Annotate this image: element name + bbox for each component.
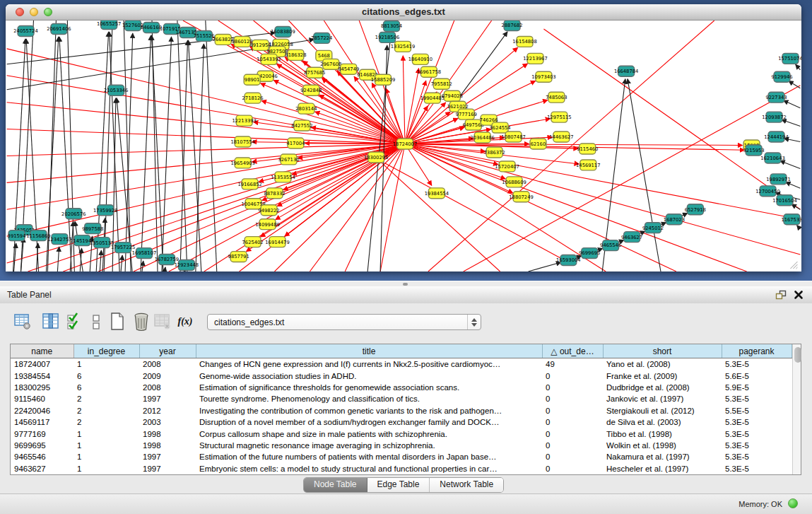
tab-node-table[interactable]: Node Table xyxy=(304,478,367,492)
table-cell: Corpus callosum shape and size in male p… xyxy=(196,428,542,439)
table-row[interactable]: 911546021997Tourette syndrome. Phenomeno… xyxy=(11,393,792,404)
table-cell: 2 xyxy=(73,405,139,416)
citation-edge-black xyxy=(780,160,801,168)
citation-edge-red xyxy=(7,129,405,144)
table-mode-button[interactable] xyxy=(13,312,33,332)
table-row[interactable]: 1872400712008Changes of HCN gene express… xyxy=(11,358,792,370)
table-cell: 1 xyxy=(73,451,139,462)
table-row[interactable]: 1938455462009Genome-wide association stu… xyxy=(11,370,792,381)
scrollbar-thumb[interactable] xyxy=(794,347,801,363)
graph-node-label: 16648784 xyxy=(614,69,638,74)
select-all-button[interactable] xyxy=(65,312,85,332)
table-row[interactable]: 946554611997Estimation of the future num… xyxy=(11,451,792,462)
table-cell: 9777169 xyxy=(11,428,73,439)
citation-edge-black xyxy=(142,261,143,271)
graph-node-label: 9242848 xyxy=(300,88,322,93)
resize-grip[interactable] xyxy=(790,262,797,269)
graph-node-label: 8427552 xyxy=(291,123,312,129)
citation-edge-black xyxy=(782,119,801,126)
citation-edge-black xyxy=(96,32,108,271)
graph-node-label: 9498222 xyxy=(258,208,279,214)
column-header-title[interactable]: title xyxy=(196,344,542,358)
memory-status-icon[interactable] xyxy=(788,498,798,508)
tab-network-table[interactable]: Network Table xyxy=(430,478,503,492)
network-window-titlebar[interactable]: citations_edges.txt xyxy=(6,4,801,21)
citation-edge-black xyxy=(124,21,131,271)
table-cell: 5.9E-5 xyxy=(722,382,792,393)
table-scrollbar[interactable] xyxy=(792,344,801,474)
network-view[interactable]: 1872400718300295193845541332541918640910… xyxy=(6,21,801,271)
graph-node-label: 19384554 xyxy=(425,191,449,197)
graph-node-label: 16782759 xyxy=(155,257,179,262)
float-panel-icon[interactable] xyxy=(775,290,787,300)
table-row[interactable]: 969969511998Structural magnetic resonanc… xyxy=(11,440,792,451)
delete-column-button[interactable] xyxy=(131,312,151,332)
checkmarks-icon xyxy=(66,313,83,331)
unselect-all-button[interactable] xyxy=(86,312,106,332)
table-toolbar: f(x) citations_edges.txt xyxy=(0,310,812,336)
graph-node-label: 18107554 xyxy=(230,139,254,145)
graph-node-label: 2803144 xyxy=(295,106,317,112)
column-header-year[interactable]: year xyxy=(139,344,196,358)
graph-node-label: 8912954 xyxy=(249,42,271,48)
table-row[interactable]: 2242004622012Investigating the contribut… xyxy=(11,405,792,416)
graph-node-label: 10688609 xyxy=(502,180,526,185)
column-header-short[interactable]: short xyxy=(603,344,722,358)
close-panel-icon[interactable] xyxy=(794,290,804,300)
table-row[interactable]: 1830029562008Estimation of significance … xyxy=(11,382,792,393)
delete-table-button[interactable] xyxy=(153,312,172,332)
citation-edge-red xyxy=(384,163,567,262)
table-cell: Yano et al. (2008) xyxy=(603,358,722,370)
citation-edge-black xyxy=(57,247,59,271)
graph-node-label: 9245012 xyxy=(642,226,664,231)
graph-node-label: 7625402 xyxy=(242,240,264,245)
table-cell: Estimation of significance thresholds fo… xyxy=(196,382,542,393)
citation-edge-black xyxy=(100,250,101,271)
graph-node-label: 8878332 xyxy=(264,191,285,197)
empty-boxes-icon xyxy=(90,313,102,331)
column-header-name[interactable]: name xyxy=(11,344,73,358)
graph-node-label: 8466160 xyxy=(141,25,162,30)
table-cell: 1998 xyxy=(139,440,196,451)
table-row[interactable]: 946362711997Embryonic stem cells: a mode… xyxy=(11,463,792,474)
table-cell: 1 xyxy=(73,428,139,439)
tab-edge-table[interactable]: Edge Table xyxy=(367,478,430,492)
table-cell: Tourette syndrome. Phenomenology and cla… xyxy=(196,393,542,404)
graph-node-label: 12700450 xyxy=(755,189,779,194)
new-column-button[interactable] xyxy=(107,312,127,332)
graph-node-label: 14099489 xyxy=(255,222,279,228)
function-builder-button[interactable]: f(x) xyxy=(175,312,195,332)
table-cell: 0 xyxy=(542,463,603,474)
table-cell: 2012 xyxy=(139,405,196,416)
table-cell: Genome-wide association studies in ADHD. xyxy=(196,370,542,381)
graph-node-label: 7485063 xyxy=(546,95,567,100)
graph-node-label: 19654903 xyxy=(230,160,254,166)
column-header-indegree[interactable]: in_degree xyxy=(73,344,139,358)
table-selector[interactable]: citations_edges.txt xyxy=(207,314,481,330)
graph-node-label: 12213393 xyxy=(232,118,256,124)
citation-edge-black xyxy=(110,32,119,271)
graph-node-label: 18300295 xyxy=(364,155,388,160)
table-cell: de Silva et al. (2003) xyxy=(603,416,722,428)
table-cell: Disruption of a novel member of a sodium… xyxy=(196,416,542,428)
graph-node-label: 10973403 xyxy=(531,74,555,80)
graph-node-label: 12923448 xyxy=(175,262,199,268)
status-bar: Memory: OK xyxy=(0,493,812,514)
citation-edge-red xyxy=(405,144,800,255)
table-row[interactable]: 1456911722003Disruption of a novel membe… xyxy=(11,416,792,428)
graph-node-label: 3624554 xyxy=(490,125,511,131)
table-cell: 2003 xyxy=(139,416,196,428)
column-header-outde[interactable]: △ out_de… xyxy=(542,344,603,358)
table-row[interactable]: 977716911998Corpus callosum shape and si… xyxy=(11,428,792,439)
delete-table-icon xyxy=(153,313,172,331)
graph-node-label: 14569117 xyxy=(576,163,600,168)
citation-edge-black xyxy=(796,64,801,70)
graph-node-label: 3267130 xyxy=(278,157,299,163)
table-cell: 2009 xyxy=(139,370,196,381)
citation-edge-black xyxy=(121,255,122,271)
column-header-pagerank[interactable]: pagerank xyxy=(722,344,792,358)
show-column-button[interactable] xyxy=(41,312,61,332)
graph-node-label: 9897588 xyxy=(82,226,103,232)
table-cell: 5.3E-5 xyxy=(722,428,792,439)
table-cell: 1 xyxy=(73,440,139,451)
